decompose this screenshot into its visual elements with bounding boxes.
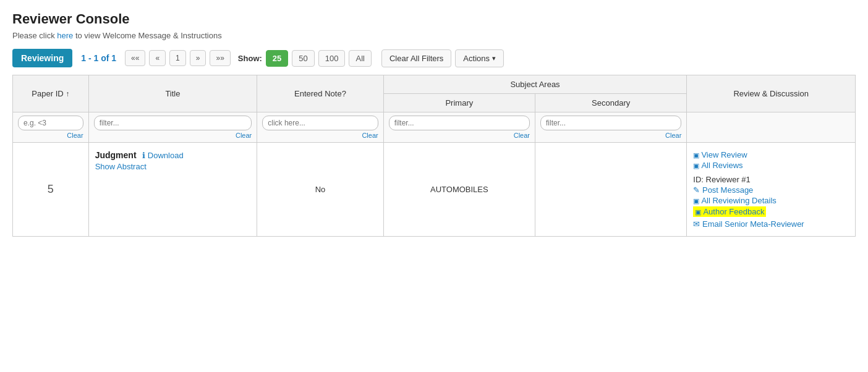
filter-paper-id-clear[interactable]: Clear [18, 132, 83, 139]
show-all-button[interactable]: All [349, 50, 371, 67]
show-25-button[interactable]: 25 [266, 50, 288, 67]
toolbar: Reviewing 1 - 1 of 1 «« « 1 » »» Show: 2… [12, 49, 856, 67]
filter-title-input[interactable] [94, 116, 252, 130]
note-value: No [315, 185, 326, 194]
filter-secondary-clear[interactable]: Clear [540, 132, 681, 139]
col-title[interactable]: Title [88, 75, 257, 112]
view-review-link[interactable]: View Review [693, 150, 849, 159]
title-cell: Judgment Download Show Abstract [88, 143, 257, 237]
col-paper-id[interactable]: Paper ID ↑ [13, 75, 89, 112]
col-primary[interactable]: Primary [383, 94, 535, 112]
paper-id-value: 5 [48, 183, 54, 195]
sort-arrow-paper-id: ↑ [66, 90, 69, 98]
clear-filters-button[interactable]: Clear All Filters [381, 49, 451, 67]
filter-paper-id-input[interactable] [18, 116, 83, 130]
filter-secondary-input[interactable] [540, 116, 681, 130]
welcome-link[interactable]: here [57, 31, 73, 40]
pag-page-button[interactable]: 1 [169, 50, 186, 66]
page-title: Reviewer Console [12, 11, 856, 27]
all-reviewing-link[interactable]: All Reviewing Details [693, 196, 849, 205]
reviewing-button[interactable]: Reviewing [12, 49, 72, 67]
pag-prev-button[interactable]: « [149, 50, 166, 66]
col-secondary[interactable]: Secondary [535, 94, 687, 112]
actions-button[interactable]: Actions [455, 49, 504, 67]
author-feedback-wrap: Author Feedback [693, 206, 766, 217]
show-abstract-link[interactable]: Show Abstract [95, 162, 251, 171]
filter-note-input[interactable] [262, 116, 378, 130]
show-label: Show: [238, 54, 262, 63]
show-50-button[interactable]: 50 [292, 50, 314, 67]
filter-primary-clear[interactable]: Clear [389, 132, 530, 139]
filter-note-cell: Clear [257, 112, 383, 143]
review-cell: View Review All Reviews ID: Reviewer #1 … [687, 143, 856, 237]
filter-primary-cell: Clear [383, 112, 535, 143]
pag-first-button[interactable]: «« [125, 50, 145, 66]
pagination-info: 1 - 1 of 1 [81, 53, 116, 63]
secondary-cell [535, 143, 687, 237]
filter-primary-input[interactable] [389, 116, 530, 130]
primary-value: AUTOMOBILES [430, 185, 488, 194]
filter-paper-id-cell: Clear [13, 112, 89, 143]
note-cell: No [257, 143, 383, 237]
pag-last-button[interactable]: »» [210, 50, 230, 66]
main-table: Paper ID ↑ Title Entered Note? Subject A… [12, 75, 856, 237]
filter-review-cell [687, 112, 856, 143]
filter-secondary-cell: Clear [535, 112, 687, 143]
welcome-message: Please click here to view Welcome Messag… [12, 31, 856, 40]
col-review: Review & Discussion [687, 75, 856, 112]
paper-title: Judgment [95, 150, 137, 160]
download-link[interactable]: Download [142, 151, 183, 160]
show-100-button[interactable]: 100 [318, 50, 346, 67]
filter-title-cell: Clear [88, 112, 257, 143]
email-senior-link[interactable]: Email Senior Meta-Reviewer [693, 219, 849, 229]
primary-cell: AUTOMOBILES [383, 143, 535, 237]
table-row: 5 Judgment Download Show Abstract No AUT… [13, 143, 856, 237]
col-subject-areas: Subject Areas [383, 75, 687, 94]
author-feedback-link[interactable]: Author Feedback [693, 206, 766, 217]
paper-id-cell: 5 [13, 143, 89, 237]
pag-next-button[interactable]: » [190, 50, 206, 66]
post-message-link[interactable]: Post Message [693, 185, 849, 195]
filter-title-clear[interactable]: Clear [94, 132, 252, 139]
all-reviews-link[interactable]: All Reviews [693, 161, 849, 170]
filter-note-clear[interactable]: Clear [262, 132, 378, 139]
reviewer-id: ID: Reviewer #1 [693, 175, 849, 184]
col-entered-note[interactable]: Entered Note? [257, 75, 383, 112]
